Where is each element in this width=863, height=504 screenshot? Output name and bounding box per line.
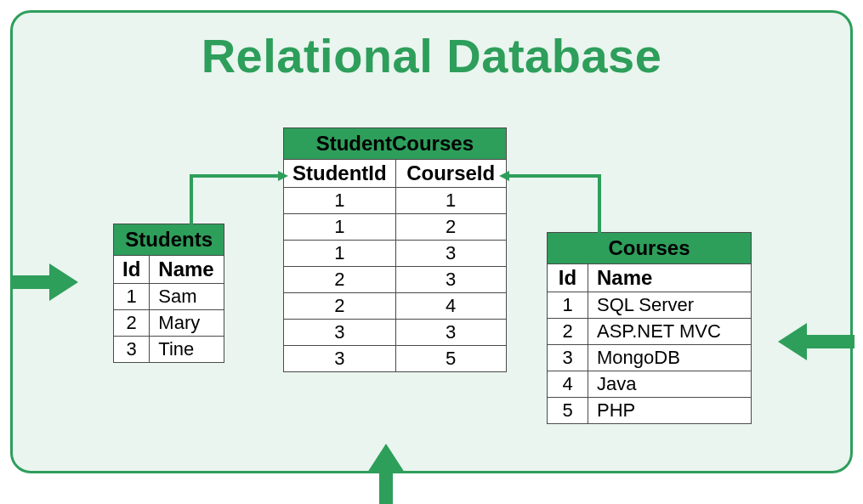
- table-row: 2Mary: [114, 310, 224, 337]
- cell: 1: [548, 292, 588, 319]
- table-row: 5PHP: [548, 398, 752, 424]
- table-row: 3Tine: [114, 337, 224, 363]
- cell: 1: [284, 241, 396, 267]
- cell: 2: [284, 267, 396, 293]
- cell: SQL Server: [588, 292, 752, 319]
- studentcourses-col-courseid: CourseId: [395, 160, 506, 188]
- students-col-name: Name: [150, 256, 224, 284]
- cell: PHP: [588, 398, 752, 424]
- cell: Mary: [150, 310, 224, 337]
- cell: 2: [548, 319, 588, 345]
- cell: 3: [395, 267, 506, 293]
- cell: 2: [395, 214, 506, 241]
- cell: 1: [284, 214, 396, 241]
- table-row: 2ASP.NET MVC: [548, 319, 752, 345]
- cell: 4: [548, 371, 588, 398]
- cell: 5: [548, 398, 588, 424]
- cell: 4: [395, 293, 506, 320]
- table-row: 35: [284, 346, 507, 372]
- cell: 3: [284, 320, 396, 346]
- table-row: 4Java: [548, 371, 752, 398]
- courses-col-name: Name: [588, 264, 752, 292]
- table-row: 24: [284, 293, 507, 320]
- cell: Java: [588, 371, 752, 398]
- connector-students-to-junction: [190, 174, 280, 229]
- cell: ASP.NET MVC: [588, 319, 752, 345]
- table-row: 12: [284, 214, 507, 241]
- table-row: 11: [284, 188, 507, 214]
- table-row: 3MongoDB: [548, 345, 752, 371]
- cell: Tine: [150, 337, 224, 363]
- table-courses-name: Courses: [548, 233, 752, 264]
- table-studentcourses-name: StudentCourses: [284, 128, 507, 160]
- table-students-name: Students: [114, 224, 224, 256]
- diagram-frame: Relational Database Students Id Name 1Sa…: [10, 10, 853, 473]
- cell: 3: [395, 320, 506, 346]
- arrow-up-icon: [367, 444, 405, 504]
- cell: Sam: [150, 284, 224, 310]
- cell: 1: [114, 284, 150, 310]
- table-courses: Courses Id Name 1SQL Server 2ASP.NET MVC…: [547, 232, 752, 424]
- cell: 3: [395, 241, 506, 267]
- table-row: 13: [284, 241, 507, 267]
- cell: 5: [395, 346, 506, 372]
- cell: 2: [284, 293, 396, 320]
- cell: 1: [395, 188, 506, 214]
- arrow-right-icon: [10, 263, 87, 301]
- cell: 3: [114, 337, 150, 363]
- cell: 2: [114, 310, 150, 337]
- cell: 3: [284, 346, 396, 372]
- cell: 3: [548, 345, 588, 371]
- table-row: 1Sam: [114, 284, 224, 310]
- table-row: 23: [284, 267, 507, 293]
- courses-col-id: Id: [548, 264, 588, 292]
- cell: 1: [284, 188, 396, 214]
- table-studentcourses: StudentCourses StudentId CourseId 11 12 …: [283, 127, 507, 372]
- studentcourses-col-studentid: StudentId: [284, 160, 396, 188]
- connector-courses-to-junction: [508, 174, 601, 237]
- table-students: Students Id Name 1Sam 2Mary 3Tine: [113, 224, 224, 363]
- students-col-id: Id: [114, 256, 150, 284]
- table-row: 1SQL Server: [548, 292, 752, 319]
- table-row: 33: [284, 320, 507, 346]
- cell: MongoDB: [588, 345, 752, 371]
- diagram-title: Relational Database: [13, 28, 850, 83]
- arrow-left-icon: [769, 323, 846, 360]
